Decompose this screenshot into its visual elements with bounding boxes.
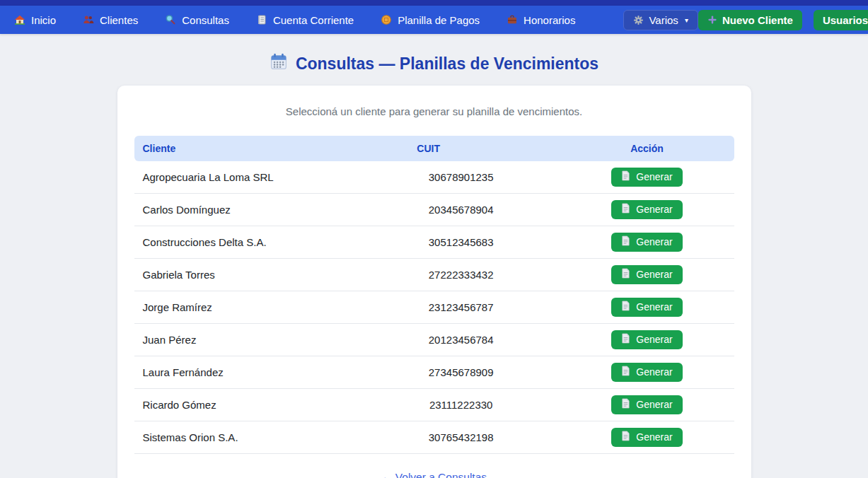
table-row: Carlos Domínguez 20345678904 Generar: [134, 194, 734, 226]
cuit-cell: 27222333432: [362, 259, 560, 291]
client-name-cell: Carlos Domínguez: [134, 194, 362, 226]
nav-item-consultas[interactable]: Consultas: [165, 14, 229, 26]
document-icon: [621, 203, 630, 216]
generar-label: Generar: [636, 204, 672, 215]
cuit-cell: 23111222330: [362, 389, 560, 421]
nav-item-label: Clientes: [100, 14, 138, 26]
action-cell: Generar: [560, 356, 734, 389]
gear-icon: [633, 15, 644, 25]
nav-right-group: Nuevo Cliente Usuarios Roles: [698, 10, 868, 30]
action-cell: Generar: [560, 324, 734, 356]
generar-button[interactable]: Generar: [611, 363, 682, 382]
document-icon: [621, 431, 630, 443]
generar-label: Generar: [636, 171, 672, 182]
document-icon: [621, 268, 630, 281]
people-icon: [83, 14, 94, 25]
client-name-cell: Sistemas Orion S.A.: [134, 421, 362, 454]
generar-button[interactable]: Generar: [611, 168, 682, 187]
cuit-cell: 20345678904: [362, 194, 560, 226]
document-icon: [621, 366, 630, 378]
table-header-cuit: CUIT: [362, 136, 560, 161]
action-cell: Generar: [560, 161, 734, 194]
action-cell: Generar: [560, 421, 734, 454]
house-icon: [14, 14, 25, 25]
table-row: Construcciones Delta S.A. 30512345683 Ge…: [134, 226, 734, 259]
action-cell: Generar: [560, 194, 734, 226]
varios-label: Varios: [649, 14, 678, 26]
table-header-row: Cliente CUIT Acción: [134, 136, 734, 161]
client-name-cell: Juan Pérez: [134, 324, 362, 356]
varios-dropdown[interactable]: Varios ▾: [623, 10, 698, 30]
table-row: Jorge Ramírez 23123456787 Generar: [134, 291, 734, 324]
top-strip: [0, 0, 868, 6]
generar-label: Generar: [636, 301, 672, 313]
nav-item-honorarios[interactable]: Honorarios: [507, 14, 575, 26]
generar-label: Generar: [636, 431, 672, 443]
briefcase-icon: [507, 14, 518, 25]
generar-button[interactable]: Generar: [611, 395, 682, 414]
plus-icon: [707, 15, 717, 25]
usuarios-button[interactable]: Usuarios: [814, 10, 868, 30]
cuit-cell: 20123456784: [362, 324, 560, 356]
subtitle: Seleccioná un cliente para generar su pl…: [134, 105, 734, 117]
generar-button[interactable]: Generar: [611, 330, 682, 349]
document-icon: [621, 170, 630, 183]
table-row: Ricardo Gómez 23111222330 Generar: [134, 389, 734, 421]
nav-item-label: Consultas: [182, 14, 229, 26]
clients-table: Cliente CUIT Acción Agropecuaria La Loma…: [134, 136, 734, 454]
generar-label: Generar: [636, 334, 672, 345]
caret-down-icon: ▾: [685, 16, 688, 24]
table-body: Agropecuaria La Loma SRL 30678901235 Gen…: [134, 161, 734, 454]
nav-item-planilla-de-pagos[interactable]: Planilla de Pagos: [381, 14, 480, 26]
action-cell: Generar: [560, 259, 734, 291]
client-name-cell: Jorge Ramírez: [134, 291, 362, 324]
search-icon: [165, 14, 176, 25]
calendar-icon: [270, 52, 288, 75]
table-row: Juan Pérez 20123456784 Generar: [134, 324, 734, 356]
generar-button[interactable]: Generar: [611, 298, 682, 317]
generar-button[interactable]: Generar: [611, 428, 682, 447]
page-title: Consultas — Planillas de Vencimientos: [0, 52, 868, 75]
generar-label: Generar: [636, 366, 672, 378]
navbar: Inicio Clientes Consultas Cuenta Corrien…: [0, 6, 868, 34]
nav-item-cuenta-corriente[interactable]: Cuenta Corriente: [256, 14, 354, 26]
page-title-text: Consultas — Planillas de Vencimientos: [296, 54, 598, 74]
nav-item-label: Honorarios: [523, 14, 575, 26]
nav-item-inicio[interactable]: Inicio: [14, 14, 56, 26]
volver-link[interactable]: ← Volver a Consultas: [381, 471, 487, 478]
client-name-cell: Construcciones Delta S.A.: [134, 226, 362, 259]
client-name-cell: Gabriela Torres: [134, 259, 362, 291]
ledger-icon: [256, 14, 267, 25]
nav-item-label: Inicio: [31, 14, 56, 26]
generar-label: Generar: [636, 269, 672, 280]
table-row: Sistemas Orion S.A. 30765432198 Generar: [134, 421, 734, 454]
document-icon: [621, 301, 630, 313]
cuit-cell: 27345678909: [362, 356, 560, 389]
generar-button[interactable]: Generar: [611, 265, 682, 284]
nav-left-group: Inicio Clientes Consultas Cuenta Corrien…: [14, 10, 698, 30]
nav-item-clientes[interactable]: Clientes: [83, 14, 138, 26]
cuit-cell: 30512345683: [362, 226, 560, 259]
action-cell: Generar: [560, 226, 734, 259]
client-name-cell: Laura Fernández: [134, 356, 362, 389]
generar-button[interactable]: Generar: [611, 233, 682, 252]
document-icon: [621, 398, 630, 411]
coin-icon: [381, 14, 392, 25]
action-cell: Generar: [560, 291, 734, 324]
document-icon: [621, 235, 630, 248]
nav-item-label: Cuenta Corriente: [273, 14, 354, 26]
document-icon: [621, 333, 630, 346]
nav-item-label: Planilla de Pagos: [398, 14, 480, 26]
table-row: Gabriela Torres 27222333432 Generar: [134, 259, 734, 291]
client-name-cell: Agropecuaria La Loma SRL: [134, 161, 362, 194]
generar-label: Generar: [636, 236, 672, 247]
client-name-cell: Ricardo Gómez: [134, 389, 362, 421]
table-row: Laura Fernández 27345678909 Generar: [134, 356, 734, 389]
action-cell: Generar: [560, 389, 734, 421]
table-header-accion: Acción: [560, 136, 734, 161]
nuevo-cliente-button[interactable]: Nuevo Cliente: [698, 10, 802, 30]
nuevo-cliente-label: Nuevo Cliente: [722, 14, 793, 26]
cuit-cell: 30678901235: [362, 161, 560, 194]
usuarios-label: Usuarios: [823, 14, 868, 26]
generar-button[interactable]: Generar: [611, 200, 682, 219]
